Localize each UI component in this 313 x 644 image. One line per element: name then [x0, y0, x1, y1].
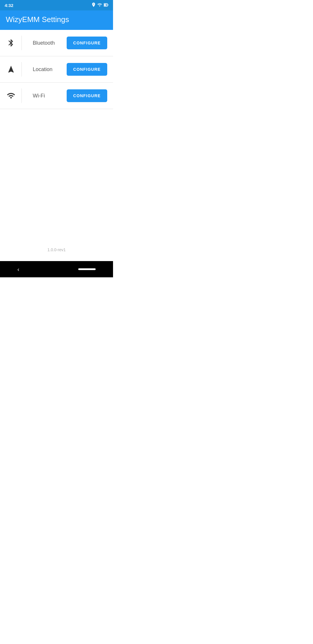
settings-list: Bluetooth CONFIGURE Location CONFIGURE W [0, 30, 113, 174]
bluetooth-icon [6, 38, 16, 48]
wifi-status-icon [97, 3, 102, 8]
bluetooth-label: Bluetooth [33, 40, 55, 46]
location-item-left: Location [6, 62, 67, 77]
wifi-divider [21, 88, 22, 103]
page-title: WizyEMM Settings [6, 15, 107, 24]
home-indicator[interactable] [78, 268, 96, 270]
location-arrow-icon [6, 64, 16, 75]
status-icons [92, 3, 108, 8]
app-bar: WizyEMM Settings [0, 10, 113, 30]
settings-item-location: Location CONFIGURE [0, 56, 113, 83]
bluetooth-item-left: Bluetooth [6, 36, 67, 50]
content-spacer [0, 174, 113, 238]
version-text: 1.0.0-rev1 [47, 247, 65, 252]
wifi-configure-button[interactable]: CONFIGURE [67, 89, 107, 102]
location-divider [21, 62, 22, 77]
wifi-icon [6, 91, 16, 101]
battery-icon [104, 3, 108, 8]
bluetooth-configure-button[interactable]: CONFIGURE [67, 37, 107, 49]
location-label: Location [33, 66, 52, 73]
settings-item-bluetooth: Bluetooth CONFIGURE [0, 30, 113, 56]
wifi-label: Wi-Fi [33, 93, 45, 99]
nav-bar: ‹ [0, 261, 113, 277]
svg-rect-1 [108, 4, 108, 6]
wifi-item-left: Wi-Fi [6, 88, 67, 103]
status-bar: 4:32 [0, 0, 113, 10]
back-icon[interactable]: ‹ [17, 266, 19, 273]
version-footer: 1.0.0-rev1 [0, 238, 113, 261]
location-icon [92, 3, 96, 8]
settings-item-wifi: Wi-Fi CONFIGURE [0, 83, 113, 109]
status-time: 4:32 [5, 3, 13, 8]
location-configure-button[interactable]: CONFIGURE [67, 63, 107, 76]
bluetooth-divider [21, 36, 22, 50]
